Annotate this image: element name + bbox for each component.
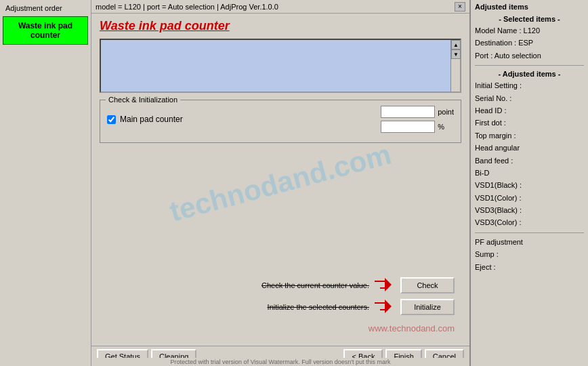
percent-input[interactable] [381,121,435,133]
percent-row: % [381,121,454,133]
initial-setting: Initial Setting : [475,81,584,91]
point-input[interactable] [381,106,435,118]
action-area: Check the current counter value. Check I… [100,150,461,340]
sidebar-item-waste-ink[interactable]: Waste ink pad counter [3,16,88,45]
vsd3-black: VSD3(Black) : [475,205,584,216]
counter-inputs: point % [381,106,454,133]
init-action-label: Initialize the selected counters. [268,303,369,311]
right-panel-title: Adjusted items [475,3,584,11]
top-margin: Top margin : [475,131,584,141]
first-dot: First dot : [475,118,584,128]
vsd1-black: VSD1(Black) : [475,180,584,190]
bi-d: Bi-D [475,168,584,178]
sump: Sump : [475,249,584,260]
divider2 [475,232,584,233]
svg-marker-2 [385,278,392,291]
percent-unit: % [438,123,444,131]
dialog-title: Waste ink pad counter [100,19,461,33]
trial-banner: Protected with trial version of Visual W… [91,358,469,366]
eject: Eject : [475,262,584,272]
port: Port : Auto selection [475,51,584,61]
url-watermark: www.technodand.com [369,323,455,333]
selected-header: - Selected items - [475,15,584,23]
check-button[interactable]: Check [400,277,455,293]
dialog-wrapper: model = L120 | port = Auto selection | A… [91,0,469,366]
init-action-row: Initialize the selected counters. Initia… [268,299,455,315]
scroll-up-arrow[interactable]: ▲ [451,40,461,49]
check-row: Main pad counter point % [107,106,454,133]
point-row: point [381,106,454,118]
vsd1-color: VSD1(Color) : [475,193,584,203]
check-action-label: Check the current counter value. [261,281,369,289]
close-button[interactable]: × [455,2,465,12]
check-action-row: Check the current counter value. Check [261,277,455,293]
display-scrollbar[interactable]: ▲ ▼ [450,40,460,92]
pf-adjustment: PF adjustment [475,237,584,247]
title-bar-text: model = L120 | port = Auto selection | A… [96,3,278,11]
vsd3-color: VSD3(Color) : [475,218,584,228]
sidebar-title: Adjustment order [3,3,88,14]
sidebar: Adjustment order Waste ink pad counter [0,0,91,366]
main-pad-checkbox[interactable] [107,115,116,124]
head-id: Head ID : [475,106,584,116]
check-init-group: Check & Initialization Main pad counter … [100,100,461,143]
divider1 [475,65,584,66]
title-bar: model = L120 | port = Auto selection | A… [91,0,469,14]
model-name: Model Name : L120 [475,26,584,36]
dialog-content: technodand.com Waste ink pad counter ▲ ▼… [91,14,469,346]
bottom-bar: Get Status Cleaning < Back Finish Cancel… [91,346,469,366]
group-label: Check & Initialization [106,96,180,104]
band-feed: Band feed : [475,156,584,166]
point-unit: point [438,108,454,116]
main-pad-label: Main pad counter [120,115,183,124]
adjusted-header: - Adjusted items - [475,70,584,78]
destination: Destination : ESP [475,38,584,48]
scroll-down-arrow[interactable]: ▼ [451,49,461,59]
check-arrow [375,278,395,293]
right-panel: Adjusted items - Selected items - Model … [469,0,588,366]
display-area: ▲ ▼ [100,39,461,93]
svg-marker-5 [385,300,392,313]
head-angular: Head angular [475,143,584,153]
initialize-button[interactable]: Initialize [400,299,455,315]
serial-no: Serial No. : [475,94,584,104]
init-arrow [375,300,395,315]
